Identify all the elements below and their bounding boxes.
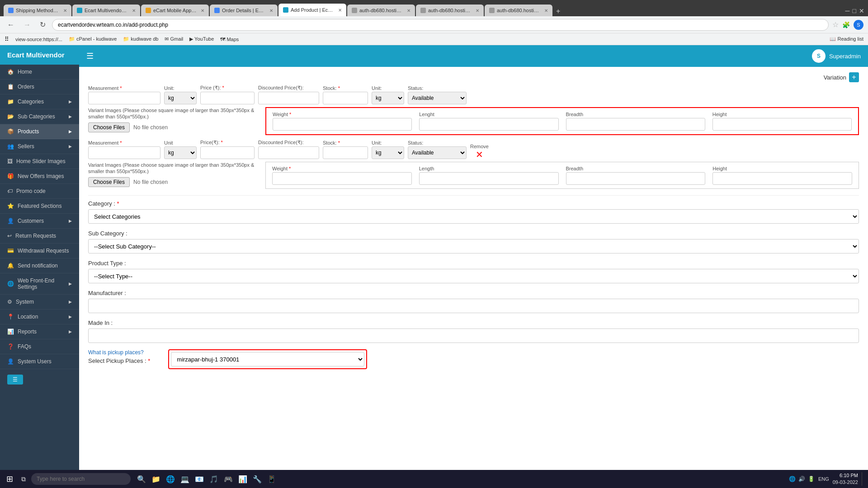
taskbar-icon-2[interactable]: 📁 bbox=[150, 473, 162, 485]
length-input-2[interactable] bbox=[419, 172, 559, 185]
tab-auth3[interactable]: auth-db680.hostinger.com... ✕ bbox=[485, 5, 552, 16]
sidebar-item-home-slider[interactable]: 🖼 Home Slider Images bbox=[0, 154, 79, 169]
taskbar-icon-9[interactable]: 🔧 bbox=[251, 473, 264, 485]
taskbar-icon-8[interactable]: 📊 bbox=[236, 473, 249, 485]
length-input-1[interactable] bbox=[419, 118, 558, 131]
tab-auth2[interactable]: auth-db680.hostinger.com... ✕ bbox=[416, 5, 484, 16]
weight-input-1[interactable] bbox=[273, 118, 412, 131]
sidebar-item-categories[interactable]: 📁 Categories ▶ bbox=[0, 94, 79, 109]
tab-order-details[interactable]: Order Details | Ecart Mult... ✕ bbox=[210, 5, 278, 16]
choose-files-button-2[interactable]: Choose Files bbox=[88, 177, 130, 187]
discounted-price-input-1[interactable] bbox=[258, 92, 319, 104]
add-variation-button[interactable]: + bbox=[849, 72, 859, 82]
tab-mobile-app[interactable]: eCart Mobile App Dashb... ✕ bbox=[141, 5, 209, 16]
stock-input-1[interactable] bbox=[323, 92, 368, 104]
taskbar-icon-3[interactable]: 🌐 bbox=[164, 473, 177, 485]
status-select-1[interactable]: AvailableNot Available bbox=[408, 92, 467, 104]
taskbar-icon-5[interactable]: 📧 bbox=[193, 473, 206, 485]
sidebar-item-system[interactable]: ⚙ System ▶ bbox=[0, 295, 79, 310]
sidebar-item-faqs[interactable]: ❓ FAQs bbox=[0, 339, 79, 354]
discounted-price-input-2[interactable] bbox=[258, 146, 319, 159]
tab-close-icon[interactable]: ✕ bbox=[132, 8, 136, 13]
sidebar-item-featured[interactable]: ⭐ Featured Sections bbox=[0, 199, 79, 214]
back-button[interactable]: ← bbox=[5, 20, 17, 30]
tab-close-icon[interactable]: ✕ bbox=[407, 8, 410, 13]
sidebar-item-location[interactable]: 📍 Location ▶ bbox=[0, 310, 79, 324]
pickup-select[interactable]: mirzapar-bhuj-1 370001 bbox=[171, 352, 364, 366]
pickup-link[interactable]: What is pickup places? bbox=[88, 349, 150, 356]
stock-input-2[interactable] bbox=[323, 146, 368, 159]
bookmark-icon[interactable]: ☆ bbox=[832, 20, 839, 29]
taskbar-icon-4[interactable]: 💻 bbox=[179, 473, 191, 485]
sidebar-item-web-frontend[interactable]: 🌐 Web Front-End Settings ▶ bbox=[0, 273, 79, 295]
measurement-input-1[interactable] bbox=[88, 92, 160, 104]
price-input-1[interactable] bbox=[200, 92, 255, 104]
bookmark-youtube[interactable]: ▶ YouTube bbox=[189, 36, 214, 42]
made-in-input[interactable] bbox=[88, 328, 859, 343]
hamburger-icon[interactable]: ☰ bbox=[86, 51, 94, 61]
height-input-1[interactable] bbox=[712, 118, 852, 131]
tab-shipping[interactable]: Shipping Methods | Ecart... ✕ bbox=[4, 5, 71, 16]
tab-ecart-dash[interactable]: Ecart Multivendor - Dash... ✕ bbox=[72, 5, 140, 16]
bookmark-view-source[interactable]: view-source:https://... bbox=[15, 37, 62, 42]
sidebar-item-subcategories[interactable]: 📂 Sub Categories ▶ bbox=[0, 109, 79, 124]
task-view-button[interactable]: ⧉ bbox=[19, 474, 28, 484]
tab-auth1[interactable]: auth-db680.hostinger.com... ✕ bbox=[347, 5, 415, 16]
taskbar-icon-7[interactable]: 🎮 bbox=[222, 473, 235, 485]
sub-category-select[interactable]: --Select Sub Category-- bbox=[88, 239, 859, 253]
sidebar-item-reports[interactable]: 📊 Reports ▶ bbox=[0, 324, 79, 339]
bookmark-reading-list[interactable]: 📖 Reading list bbox=[830, 36, 863, 42]
maximize-button[interactable]: □ bbox=[853, 7, 856, 14]
tab-close-icon[interactable]: ✕ bbox=[201, 8, 204, 13]
manufacturer-input[interactable] bbox=[88, 299, 859, 313]
sidebar-item-sellers[interactable]: 👥 Sellers ▶ bbox=[0, 139, 79, 154]
taskbar-search[interactable] bbox=[31, 473, 131, 485]
minimize-button[interactable]: ─ bbox=[845, 7, 850, 14]
address-bar[interactable] bbox=[52, 19, 829, 31]
taskbar-icon-1[interactable]: 🔍 bbox=[135, 473, 148, 485]
height-input-2[interactable] bbox=[712, 172, 852, 185]
unit-select-2[interactable]: kgg bbox=[164, 146, 197, 159]
sidebar-item-orders[interactable]: 📋 Orders bbox=[0, 80, 79, 94]
battery-icon[interactable]: 🔋 bbox=[808, 476, 815, 482]
sidebar-item-withdrawal[interactable]: 💳 Withdrawal Requests bbox=[0, 244, 79, 258]
sidebar-item-products[interactable]: 📦 Products ▶ bbox=[0, 124, 79, 139]
sidebar-item-return[interactable]: ↩ Return Requests bbox=[0, 229, 79, 244]
price-input-2[interactable] bbox=[200, 146, 255, 159]
network-icon[interactable]: 🌐 bbox=[789, 476, 796, 482]
tab-close-icon[interactable]: ✕ bbox=[476, 8, 479, 13]
choose-files-button-1[interactable]: Choose Files bbox=[88, 122, 130, 132]
bookmark-maps[interactable]: 🗺 Maps bbox=[220, 37, 239, 42]
sidebar-item-notification[interactable]: 🔔 Send notification bbox=[0, 258, 79, 273]
tab-close-icon[interactable]: ✕ bbox=[338, 8, 342, 13]
show-desktop-button[interactable] bbox=[862, 472, 864, 486]
sidebar-item-new-offers[interactable]: 🎁 New Offers Images bbox=[0, 169, 79, 184]
volume-icon[interactable]: 🔊 bbox=[798, 476, 805, 482]
new-tab-button[interactable]: + bbox=[553, 7, 563, 15]
forward-button[interactable]: → bbox=[21, 20, 33, 30]
start-button[interactable]: ⊞ bbox=[4, 473, 16, 485]
tab-close-icon[interactable]: ✕ bbox=[63, 8, 67, 13]
product-type-select[interactable]: --Select Type-- bbox=[88, 269, 859, 283]
sidebar-item-promo[interactable]: 🏷 Promo code bbox=[0, 184, 79, 199]
bookmark-cpanel[interactable]: 📁 cPanel - kudiwave bbox=[69, 36, 117, 42]
extensions-icon[interactable]: 🧩 bbox=[842, 21, 850, 28]
tab-add-product[interactable]: Add Product | Ecart Multi... ✕ bbox=[278, 4, 346, 16]
sidebar-item-home[interactable]: 🏠 Home bbox=[0, 65, 79, 80]
reload-button[interactable]: ↻ bbox=[37, 19, 48, 30]
taskbar-icon-6[interactable]: 🎵 bbox=[208, 473, 220, 485]
breadth-input-2[interactable] bbox=[566, 172, 706, 185]
weight-input-2[interactable] bbox=[272, 172, 412, 185]
taskbar-icon-10[interactable]: 📱 bbox=[265, 473, 278, 485]
bookmark-kudiwave-db[interactable]: 📁 kudiwave db bbox=[123, 36, 158, 42]
sidebar-toggle-button[interactable]: ☰ bbox=[7, 375, 23, 385]
breadth-input-1[interactable] bbox=[566, 118, 705, 131]
measurement-input-2[interactable] bbox=[88, 146, 160, 159]
unit2-select-2[interactable]: kgg bbox=[372, 146, 404, 159]
category-select[interactable]: Select Categories bbox=[88, 209, 859, 224]
remove-variant-button[interactable]: ✕ bbox=[472, 150, 487, 159]
unit-select-1[interactable]: kgglb bbox=[164, 92, 197, 104]
close-window-button[interactable]: ✕ bbox=[859, 7, 864, 14]
bookmark-gmail[interactable]: ✉ Gmail bbox=[165, 36, 183, 42]
status-select-2[interactable]: AvailableNot Available bbox=[408, 146, 467, 159]
